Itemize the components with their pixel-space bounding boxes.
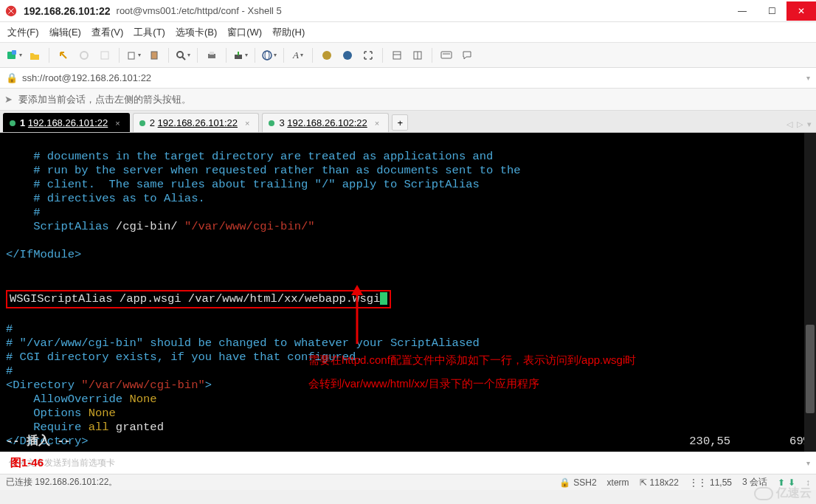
find-button[interactable] [175,47,191,63]
cursor [380,292,387,305]
tab-3[interactable]: 3 192.168.26.102:22 × [262,113,389,132]
menu-edit[interactable]: 编辑(E) [49,26,81,39]
fullscreen-button[interactable] [360,47,376,63]
lock-icon: 🔒 [559,477,570,488]
view1-button[interactable] [389,47,405,63]
copy-button[interactable] [125,47,142,63]
status-dot-icon [139,120,145,126]
title-bar: 192.168.26.101:22 root@vms001:/etc/httpd… [0,0,816,22]
terminal-scrollbar[interactable] [804,133,816,452]
minimize-button[interactable]: — [727,1,757,21]
open-button[interactable] [27,47,43,63]
tab-2[interactable]: 2 192.168.26.101:22 × [133,113,260,132]
status-size: ⇱118x22 [640,477,679,488]
status-dot-icon [10,120,15,126]
tab-bar: 1 192.168.26.101:22 × 2 192.168.26.101:2… [0,111,816,133]
svg-point-13 [265,51,269,60]
keyboard-button[interactable] [438,47,454,63]
highlighted-line: WSGIScriptAlias /app.wsgi /var/www/html/… [6,290,391,308]
vim-status-line: -- 插入 -- 230,55 69% [6,435,810,449]
transfer-button[interactable] [232,47,249,63]
font-button[interactable]: A [290,47,306,63]
tab-menu-icon[interactable]: ▾ [807,120,812,129]
tab-close-icon[interactable]: × [245,119,249,128]
chat-button[interactable] [459,47,475,63]
resize-icon: ⇱ [640,477,647,488]
color2-button[interactable] [339,47,356,63]
window-title-path: root@vms001:/etc/httpd/conf - Xshell 5 [117,5,282,16]
status-dot-icon [269,120,274,126]
print-button[interactable] [204,47,220,63]
status-cursor: ⋮⋮11,55 [689,477,732,488]
tab-nav: ◁ ▷ ▾ [786,120,812,129]
comment-line: # [6,322,13,336]
address-url: ssh://root@192.168.26.101:22 [22,72,151,83]
menu-bar: 文件(F) 编辑(E) 查看(V) 工具(T) 选项卡(B) 窗口(W) 帮助(… [0,22,816,43]
compose-bar[interactable]: 图1-46 仅将文本发送到当前选项卡 ▾ [0,452,816,474]
maximize-button[interactable]: ☐ [757,1,786,21]
scrollbar-thumb[interactable] [806,325,815,413]
tab-close-icon[interactable]: × [375,119,379,128]
language-button[interactable] [261,47,277,63]
status-connection: 已连接 192.168.26.101:22。 [6,476,117,489]
paste-button[interactable] [146,47,162,63]
menu-tools[interactable]: 工具(T) [134,26,165,39]
tab-prev-icon[interactable]: ◁ [786,120,792,129]
terminal[interactable]: # documents in the target directory are … [0,133,816,452]
window-controls: — ☐ ✕ [727,1,816,21]
svg-point-12 [263,51,272,60]
arrow-icon[interactable]: ➤ [4,94,13,105]
add-tab-button[interactable]: + [392,114,408,131]
new-session-button[interactable] [6,47,22,63]
svg-point-15 [343,51,352,60]
svg-point-14 [322,51,331,60]
comment-line: # documents in the target directory are … [33,150,493,163]
tab-close-icon[interactable]: × [115,119,120,128]
figure-label: 图1-46 [10,456,44,470]
svg-rect-2 [12,50,16,55]
svg-rect-10 [210,52,214,55]
annotation-text: 需要在httpd.conf配置文件中添加如下一行，表示访问到/app.wsgi时… [308,351,744,393]
svg-point-3 [80,52,88,59]
disconnect-button[interactable] [76,47,92,63]
menu-view[interactable]: 查看(V) [91,26,123,39]
menu-file[interactable]: 文件(F) [7,26,39,39]
toolbar: A [0,43,816,68]
svg-rect-20 [441,52,452,58]
svg-rect-16 [393,52,401,59]
vim-position: 230,55 [689,435,730,449]
menu-help[interactable]: 帮助(H) [272,26,305,39]
cloud-icon [754,487,773,500]
menu-window[interactable]: 窗口(W) [227,26,262,39]
reconnect-button[interactable] [55,47,72,63]
properties-button[interactable] [97,47,113,63]
address-dropdown-icon[interactable]: ▾ [806,74,810,82]
svg-point-7 [177,52,183,58]
comment-line: # "/var/www/cgi-bin" should be changed t… [6,336,480,350]
comment-line: # [6,365,13,378]
close-button[interactable]: ✕ [786,1,816,21]
color1-button[interactable] [319,47,335,63]
tab-1[interactable]: 1 192.168.26.101:22 × [3,113,130,132]
view2-button[interactable] [409,47,426,63]
compose-dropdown-icon[interactable]: ▾ [806,459,810,467]
session-hint-text: 要添加当前会话，点击左侧的箭头按钮。 [18,93,191,106]
svg-line-8 [182,57,185,60]
status-protocol: 🔒SSH2 [559,477,596,488]
lock-icon: 🔒 [6,72,18,83]
close-tag: </IfModule> [6,248,81,261]
comment-line: # run by the server when requested rathe… [33,164,520,177]
comment-line: # directives as to Alias. [33,192,205,205]
svg-rect-5 [128,52,134,59]
address-bar[interactable]: 🔒 ssh://root@192.168.26.101:22 ▾ [0,68,816,89]
svg-rect-6 [151,52,157,59]
watermark: 亿速云 [754,486,812,501]
session-hint-bar: ➤ 要添加当前会话，点击左侧的箭头按钮。 [0,89,816,111]
app-icon [4,4,18,18]
vim-mode: -- 插入 -- [6,435,71,449]
tab-next-icon[interactable]: ▷ [797,120,803,129]
svg-rect-4 [101,52,108,59]
window-title-ip: 192.168.26.101:22 [24,5,111,17]
menu-tabs[interactable]: 选项卡(B) [176,26,217,39]
status-term: xterm [607,477,629,488]
